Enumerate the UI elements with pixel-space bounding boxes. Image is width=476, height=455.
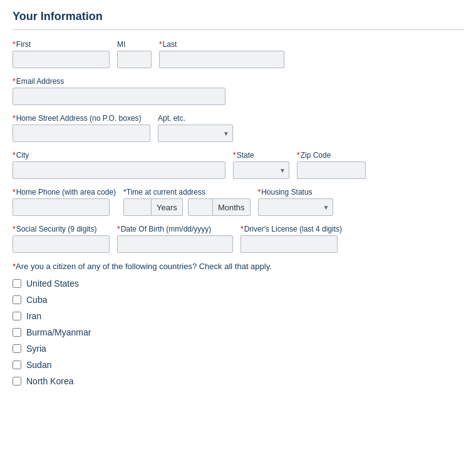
city-state-zip-row: *City *State AL AK AZ CA CO FL NY TX	[13, 151, 463, 179]
last-name-group: *Last	[159, 40, 284, 68]
years-input[interactable]	[123, 198, 152, 216]
phone-input[interactable]	[13, 198, 110, 216]
country-label[interactable]: Sudan	[26, 360, 51, 370]
country-checkboxes: United StatesCubaIranBurma/MyanmarSyriaS…	[13, 279, 463, 386]
checkbox-group-item: Syria	[13, 344, 463, 354]
state-group: *State AL AK AZ CA CO FL NY TX	[233, 151, 289, 179]
address-row: *Home Street Address (no P.O. boxes) Apt…	[13, 114, 463, 142]
housing-select[interactable]: Own Rent Other	[258, 198, 333, 216]
country-label[interactable]: North Korea	[26, 376, 73, 386]
dob-label: *Date Of Birth (mm/dd/yyyy)	[117, 225, 233, 233]
state-label: *State	[233, 151, 289, 160]
housing-group: *Housing Status Own Rent Other	[258, 188, 333, 216]
email-input[interactable]	[13, 88, 225, 105]
checkbox-group-item: United States	[13, 279, 463, 289]
name-row: *First MI *Last	[13, 40, 463, 68]
email-row: *Email Address	[13, 77, 463, 105]
checkbox-group-item: North Korea	[13, 376, 463, 386]
phone-group: *Home Phone (with area code)	[13, 188, 116, 216]
apt-select[interactable]: Apt Suite Unit Floor	[158, 125, 233, 142]
zip-group: *Zip Code	[297, 151, 366, 179]
zip-label: *Zip Code	[297, 151, 366, 160]
country-checkbox-north-korea[interactable]	[13, 377, 21, 386]
ssn-input[interactable]	[13, 235, 110, 253]
phone-label: *Home Phone (with area code)	[13, 188, 116, 197]
country-label[interactable]: Iran	[26, 311, 41, 321]
country-checkbox-syria[interactable]	[13, 344, 21, 353]
first-name-input[interactable]	[13, 51, 110, 68]
checkbox-group-item: Burma/Myanmar	[13, 327, 463, 337]
email-group: *Email Address	[13, 77, 225, 105]
apt-label: Apt, etc.	[158, 114, 233, 123]
state-select[interactable]: AL AK AZ CA CO FL NY TX	[233, 161, 289, 179]
street-group: *Home Street Address (no P.O. boxes)	[13, 114, 150, 142]
zip-input[interactable]	[297, 161, 366, 179]
country-label[interactable]: United States	[26, 279, 79, 289]
country-checkbox-sudan[interactable]	[13, 360, 21, 369]
street-input[interactable]	[13, 125, 150, 142]
checkbox-group-item: Cuba	[13, 295, 463, 305]
months-tag: Months	[213, 198, 251, 216]
dob-input[interactable]	[117, 235, 233, 253]
phone-time-housing-row: *Home Phone (with area code) *Time at cu…	[13, 188, 463, 216]
mi-group: MI	[117, 40, 152, 68]
mi-input[interactable]	[117, 51, 152, 68]
first-name-group: *First	[13, 40, 110, 68]
country-label[interactable]: Syria	[26, 344, 46, 354]
dl-input[interactable]	[241, 235, 338, 253]
dob-group: *Date Of Birth (mm/dd/yyyy)	[117, 225, 233, 253]
apt-select-wrapper: Apt Suite Unit Floor	[158, 125, 233, 142]
city-input[interactable]	[13, 161, 225, 179]
form-container: Your Information *First MI *Last *Email …	[0, 0, 476, 402]
country-checkbox-burma-myanmar[interactable]	[13, 328, 21, 337]
last-name-input[interactable]	[159, 51, 284, 68]
housing-label: *Housing Status	[258, 188, 333, 197]
email-label: *Email Address	[13, 77, 225, 86]
apt-group: Apt, etc. Apt Suite Unit Floor	[158, 114, 233, 142]
checkbox-group-item: Sudan	[13, 360, 463, 370]
time-group: *Time at current address Years Months	[123, 188, 250, 216]
housing-select-wrapper: Own Rent Other	[258, 198, 333, 216]
dl-label: *Driver's License (last 4 digits)	[241, 225, 342, 233]
ssn-dob-dl-row: *Social Security (9 digits) *Date Of Bir…	[13, 225, 463, 253]
street-label: *Home Street Address (no P.O. boxes)	[13, 114, 150, 123]
city-group: *City	[13, 151, 225, 179]
mi-label: MI	[117, 40, 152, 49]
section-title: Your Information	[13, 10, 463, 30]
years-tag: Years	[152, 198, 183, 216]
dl-group: *Driver's License (last 4 digits)	[241, 225, 342, 253]
checkbox-group-item: Iran	[13, 311, 463, 321]
state-select-wrapper: AL AK AZ CA CO FL NY TX	[233, 161, 289, 179]
country-checkbox-united-states[interactable]	[13, 279, 21, 288]
city-label: *City	[13, 151, 225, 160]
time-inputs-wrapper: Years Months	[123, 198, 250, 216]
country-checkbox-cuba[interactable]	[13, 295, 21, 304]
months-input[interactable]	[188, 198, 213, 216]
time-label: *Time at current address	[123, 188, 250, 197]
ssn-label: *Social Security (9 digits)	[13, 225, 110, 233]
citizenship-question: *Are you a citizen of any of the followi…	[13, 262, 463, 271]
last-name-label: *Last	[159, 40, 284, 49]
first-name-label: *First	[13, 40, 110, 49]
country-label[interactable]: Burma/Myanmar	[26, 327, 91, 337]
country-checkbox-iran[interactable]	[13, 312, 21, 320]
country-label[interactable]: Cuba	[26, 295, 47, 305]
ssn-group: *Social Security (9 digits)	[13, 225, 110, 253]
